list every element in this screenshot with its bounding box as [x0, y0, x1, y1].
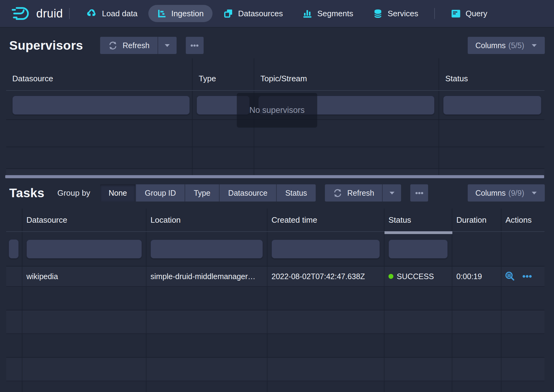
status-filter-input[interactable]: [443, 96, 541, 115]
tasks-filter-row: [6, 232, 544, 267]
column-header-datasource[interactable]: Datasource: [6, 58, 193, 90]
column-header-location[interactable]: Location: [146, 209, 267, 231]
supervisors-columns-button[interactable]: Columns (5/5): [468, 37, 545, 54]
nav-item-load-data[interactable]: Load data: [77, 5, 146, 22]
refresh-dropdown-button[interactable]: [158, 37, 177, 54]
group-by-type-button[interactable]: Type: [185, 184, 220, 202]
nav-item-label: Query: [466, 9, 487, 18]
status-sort-indicator: [384, 231, 452, 234]
more-icon: [190, 44, 199, 47]
group-by-group-id-button[interactable]: Group ID: [136, 184, 185, 202]
task-id-filter-input[interactable]: [9, 239, 19, 259]
nav-item-services[interactable]: Services: [364, 5, 427, 22]
tasks-columns-button[interactable]: Columns (9/9): [468, 184, 545, 202]
logo-wordmark: druid: [36, 7, 63, 20]
group-by-label: Group by: [57, 188, 90, 198]
nav-item-label: Datasources: [238, 9, 283, 18]
column-header-status[interactable]: Status: [439, 58, 544, 90]
empty-row: [6, 334, 544, 358]
refresh-button[interactable]: Refresh: [100, 37, 158, 54]
supervisors-refresh-group: Refresh: [100, 37, 177, 54]
location-filter-input[interactable]: [150, 240, 263, 259]
magnifier-icon[interactable]: [505, 271, 515, 282]
empty-row: [6, 310, 544, 334]
caret-down-icon: [531, 191, 537, 195]
tasks-section-bar: Tasks Group by None Group ID Type Dataso…: [9, 184, 545, 202]
bar-chart-icon: [302, 9, 313, 19]
supervisors-more-button[interactable]: [186, 37, 204, 54]
datasource-filter-input[interactable]: [12, 96, 190, 115]
group-by-datasource-button[interactable]: Datasource: [220, 184, 277, 202]
upload-cloud-icon: [86, 8, 97, 19]
database-icon: [373, 9, 383, 19]
refresh-label: Refresh: [347, 189, 374, 198]
group-by-segmented-control: None Group ID Type Datasource Status: [100, 184, 316, 202]
no-supervisors-message: No supervisors: [237, 93, 317, 128]
task-status: SUCCESS: [384, 272, 434, 281]
empty-row: [6, 147, 544, 169]
columns-label: Columns: [475, 189, 506, 198]
column-header-duration[interactable]: Duration: [452, 209, 501, 231]
task-location: simple-druid-middlemanager…: [146, 267, 267, 286]
navbar-divider: [434, 8, 435, 19]
caret-down-icon: [531, 44, 537, 48]
refresh-dropdown-button[interactable]: [382, 184, 401, 202]
nav-item-label: Services: [388, 9, 418, 18]
refresh-label: Refresh: [123, 41, 150, 50]
refresh-icon: [108, 41, 118, 50]
empty-row: [6, 381, 544, 392]
nav-item-label: Segments: [317, 9, 353, 18]
nav-item-query[interactable]: Query: [442, 5, 496, 22]
column-header-created-time[interactable]: Created time: [267, 209, 384, 231]
nav-item-segments[interactable]: Segments: [294, 5, 362, 22]
nav-item-ingestion[interactable]: Ingestion: [148, 5, 213, 22]
horizontal-scrollbar[interactable]: [5, 175, 544, 178]
empty-message-text: No supervisors: [249, 106, 305, 115]
status-text: SUCCESS: [397, 272, 434, 281]
refresh-button[interactable]: Refresh: [325, 184, 382, 202]
column-header-topic-stream[interactable]: Topic/Stream: [254, 58, 439, 90]
layers-icon: [223, 9, 233, 19]
task-datasource: wikipedia: [22, 267, 146, 286]
gantt-chart-icon: [157, 9, 167, 18]
column-header-actions[interactable]: Actions: [501, 209, 544, 231]
more-icon: [415, 192, 423, 194]
success-dot: [388, 274, 393, 279]
refresh-icon: [333, 188, 342, 198]
top-navbar: druid Load data Ingestion: [0, 0, 554, 27]
tasks-title: Tasks: [9, 186, 45, 200]
columns-count: (5/5): [509, 41, 524, 50]
row-more-icon[interactable]: [522, 275, 532, 278]
column-header-datasource[interactable]: Datasource: [22, 209, 146, 231]
druid-logo-icon: [12, 6, 32, 21]
druid-logo[interactable]: druid: [12, 6, 63, 21]
datasource-filter-input[interactable]: [26, 240, 142, 259]
column-header-status[interactable]: Status: [384, 209, 452, 231]
empty-row: [6, 287, 544, 310]
column-header-task-id-partial[interactable]: [6, 209, 22, 231]
column-header-type[interactable]: Type: [193, 58, 254, 90]
task-created-time: 2022-08-02T07:42:47.638Z: [267, 267, 384, 286]
created-time-filter-input[interactable]: [271, 240, 380, 259]
task-duration: 0:00:19: [452, 267, 501, 286]
nav-item-label: Load data: [102, 9, 138, 18]
navbar-divider: [69, 8, 70, 19]
caret-down-icon: [164, 44, 170, 48]
nav-item-label: Ingestion: [171, 9, 204, 18]
tasks-header-row: Datasource Location Created time Status …: [6, 209, 544, 232]
supervisors-title: Supervisors: [9, 38, 83, 53]
group-by-none-button[interactable]: None: [100, 184, 136, 202]
caret-down-icon: [389, 191, 395, 195]
status-filter-input[interactable]: [388, 240, 448, 259]
tasks-more-button[interactable]: [410, 184, 428, 202]
task-row-wikipedia[interactable]: wikipedia simple-druid-middlemanager… 20…: [6, 267, 544, 287]
empty-row: [6, 358, 544, 381]
supervisors-header-row: Datasource Type Topic/Stream Status: [6, 58, 544, 91]
supervisors-section-bar: Supervisors Refresh: [9, 37, 545, 54]
tasks-table: Datasource Location Created time Status …: [6, 209, 544, 392]
columns-label: Columns: [475, 41, 506, 50]
tasks-refresh-group: Refresh: [325, 184, 401, 202]
group-by-status-button[interactable]: Status: [277, 184, 316, 202]
columns-count: (9/9): [509, 189, 524, 198]
nav-item-datasources[interactable]: Datasources: [214, 5, 292, 22]
